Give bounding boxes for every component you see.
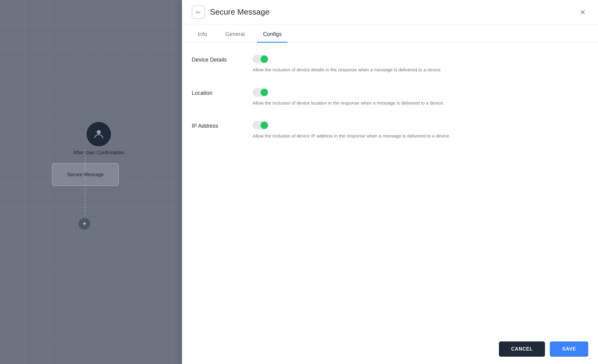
location-toggle-container [253, 88, 588, 97]
cancel-button[interactable]: CANCEL [499, 341, 545, 357]
ip-address-label: IP Address [192, 121, 253, 129]
config-row-device-details: Device Details Allow the inclusion of de… [192, 55, 588, 73]
ip-address-toggle[interactable] [253, 121, 269, 130]
tab-general[interactable]: General [219, 24, 251, 42]
tabs-container: Info General Configs [182, 24, 598, 43]
device-details-toggle-container [253, 55, 588, 63]
ip-address-description: Allow the inclusion of device IP address… [253, 133, 588, 140]
message-node[interactable]: Secure Message [52, 163, 119, 186]
panel-header: Secure Message [182, 0, 598, 24]
panel-content: Device Details Allow the inclusion of de… [182, 43, 598, 334]
ip-address-toggle-container [253, 121, 588, 130]
device-details-right: Allow the inclusion of device details in… [253, 55, 588, 73]
location-toggle-knob [261, 89, 268, 96]
panel-icon-box [192, 5, 205, 19]
svg-point-0 [97, 130, 101, 134]
side-panel: Secure Message Info General Configs Devi… [182, 0, 598, 364]
location-right: Allow the inclusion of device location i… [253, 88, 588, 107]
user-avatar [87, 122, 111, 146]
device-details-label: Device Details [192, 55, 253, 63]
tab-configs[interactable]: Configs [257, 24, 288, 42]
add-icon: + [83, 220, 87, 228]
location-description: Allow the inclusion of device location i… [253, 100, 588, 107]
location-toggle[interactable] [253, 88, 269, 97]
user-node-label: After User Confirmation [73, 150, 124, 155]
device-details-description: Allow the inclusion of device details in… [253, 66, 588, 73]
ip-address-toggle-knob [261, 122, 268, 129]
device-details-toggle-knob [261, 55, 268, 63]
tab-info[interactable]: Info [192, 24, 213, 42]
location-label: Location [192, 88, 253, 96]
panel-footer: CANCEL SAVE [182, 334, 598, 364]
connector-line-2 [85, 188, 85, 216]
user-node: After User Confirmation [73, 122, 124, 155]
config-row-ip-address: IP Address Allow the inclusion of device… [192, 121, 588, 140]
save-button[interactable]: SAVE [550, 341, 588, 357]
config-row-location: Location Allow the inclusion of device l… [192, 88, 588, 107]
device-details-toggle[interactable] [253, 55, 269, 63]
panel-title: Secure Message [210, 7, 577, 17]
close-button[interactable] [577, 7, 588, 18]
message-node-label: Secure Message [67, 172, 104, 177]
add-node-button[interactable]: + [79, 218, 90, 230]
ip-address-right: Allow the inclusion of device IP address… [253, 121, 588, 140]
